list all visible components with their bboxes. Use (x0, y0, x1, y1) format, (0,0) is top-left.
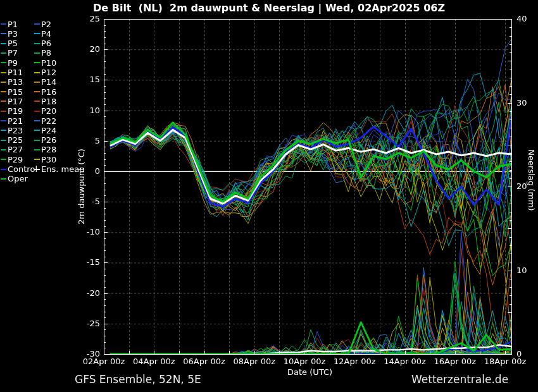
x-tick-label: 12Apr 00z (328, 357, 381, 367)
legend-line-swatch (1, 82, 6, 83)
y-tick-label-right: 30 (516, 98, 538, 108)
legend-line-swatch (1, 91, 6, 92)
legend-item-p25: P25 (1, 136, 23, 145)
legend-item-label: P8 (41, 49, 51, 57)
legend-line-swatch (1, 72, 6, 73)
legend-line-swatch (34, 62, 40, 63)
legend-line-swatch (34, 120, 40, 121)
legend-item-p1: P1 (1, 20, 18, 28)
legend-line-swatch (34, 101, 40, 102)
legend-item-label: P28 (41, 145, 56, 154)
legend-item-p12: P12 (34, 68, 56, 77)
legend-line-swatch (1, 43, 6, 44)
legend-line-swatch (34, 111, 40, 112)
legend-item-p16: P16 (34, 87, 56, 96)
legend-item-label: P3 (8, 30, 18, 38)
legend-item-p3: P3 (1, 29, 18, 38)
legend-item-p5: P5 (1, 39, 18, 48)
legend-line-swatch (34, 72, 40, 73)
legend-item-label: P13 (8, 78, 23, 86)
x-tick-label: 06Apr 00z (178, 357, 231, 367)
legend-line-swatch (34, 169, 40, 170)
legend-line-swatch (1, 178, 6, 180)
legend-item-label: P9 (8, 59, 18, 67)
legend-line-swatch (1, 130, 6, 131)
legend-item-p30: P30 (34, 155, 56, 164)
legend-line-swatch (1, 149, 6, 150)
y-axis-left-title: 2m dauwpunt (°C) (77, 149, 86, 224)
x-tick-label: 08Apr 00z (228, 357, 281, 367)
legend-item-label: P17 (8, 97, 23, 106)
legend-item-label: P26 (41, 136, 56, 144)
legend-item-label: P24 (41, 126, 56, 135)
meteogram-page: De Bilt (NL) 2m dauwpunt & Neerslag | We… (0, 0, 538, 392)
legend-item-oper: Oper (1, 175, 28, 183)
legend-item-label: P22 (41, 117, 56, 125)
site-credit-text: Wetterzentrale.de (411, 373, 508, 386)
legend-item-label: P30 (41, 156, 56, 164)
x-tick-label: 10Apr 00z (278, 357, 331, 367)
legend-item-p15: P15 (1, 87, 23, 96)
legend-item-p17: P17 (1, 97, 23, 106)
legend-line-swatch (34, 149, 40, 150)
legend-item-p20: P20 (34, 107, 56, 116)
y-tick-label-left: 15 (76, 75, 100, 85)
legend-line-swatch (1, 23, 6, 25)
legend-line-swatch (34, 43, 40, 44)
legend-item-p11: P11 (1, 68, 23, 77)
legend-item-label: P14 (41, 78, 56, 86)
legend-line-swatch (34, 23, 40, 25)
legend-line-swatch (1, 140, 6, 141)
legend-line-swatch (1, 169, 6, 170)
legend-item-label: P21 (8, 117, 23, 125)
y-tick-label-left: 5 (76, 136, 100, 146)
legend-item-p14: P14 (34, 78, 56, 87)
legend-item-p28: P28 (34, 145, 56, 154)
y-tick-label-left: -20 (76, 288, 100, 298)
legend-item-p23: P23 (1, 126, 23, 135)
x-tick-label: 14Apr 00z (378, 357, 432, 367)
x-tick-label: 04Apr 00z (127, 357, 180, 367)
legend-line-swatch (1, 159, 6, 160)
legend-item-label: P5 (8, 39, 18, 47)
legend-item-label: P23 (8, 126, 23, 135)
legend-item-p7: P7 (1, 49, 18, 58)
legend-item-label: P27 (8, 145, 23, 154)
legend-item-label: P20 (41, 107, 56, 115)
legend-line-swatch (34, 130, 40, 131)
x-tick-label: 16Apr 00z (429, 357, 482, 367)
legend-item-p10: P10 (34, 58, 56, 67)
y-tick-label-left: -15 (76, 257, 100, 267)
legend-item-p8: P8 (34, 49, 51, 58)
legend-line-swatch (34, 140, 40, 141)
legend-item-p26: P26 (34, 136, 56, 145)
legend-item-label: P6 (41, 39, 51, 47)
legend-line-swatch (34, 91, 40, 92)
legend-item-p29: P29 (1, 155, 23, 164)
legend-item-label: P12 (41, 68, 56, 77)
y-axis-right-title: Neerslag (mm) (527, 149, 536, 211)
legend-item-label: P2 (41, 20, 51, 28)
legend-line-swatch (1, 120, 6, 121)
legend-line-swatch (34, 82, 40, 83)
legend-line-swatch (34, 52, 40, 54)
legend-line-swatch (1, 62, 6, 63)
legend-item-label: P29 (8, 156, 23, 164)
legend-item-p24: P24 (34, 126, 56, 135)
legend-line-swatch (1, 111, 6, 112)
legend-item-control: Control (1, 165, 37, 174)
legend-item-p9: P9 (1, 58, 18, 67)
legend-line-swatch (1, 33, 6, 34)
y-tick-label-left: -25 (76, 319, 100, 329)
model-info-text: GFS Ensemble, 52N, 5E (75, 373, 201, 386)
y-tick-label-right: 40 (516, 14, 538, 24)
legend-item-p19: P19 (1, 107, 23, 116)
legend-item-p2: P2 (34, 20, 51, 28)
y-tick-label-left: -10 (76, 227, 100, 237)
legend-item-label: P19 (8, 107, 23, 115)
legend-item-p4: P4 (34, 29, 51, 38)
legend-line-swatch (1, 52, 6, 54)
y-tick-label-right: 10 (516, 266, 538, 276)
legend-item-p18: P18 (34, 97, 56, 106)
legend-line-swatch (34, 159, 40, 160)
